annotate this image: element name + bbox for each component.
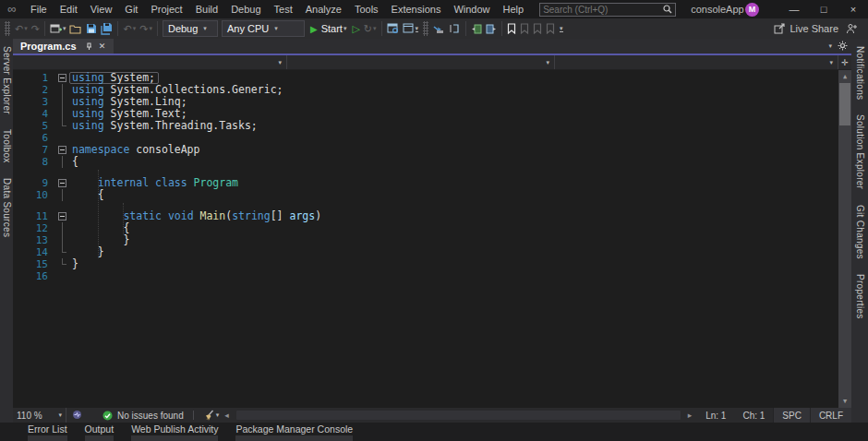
tool-window-tab-solution-explorer[interactable]: Solution Explorer [853, 107, 866, 197]
feedback-button[interactable] [844, 19, 859, 38]
preview-changes-button[interactable]: ▾ [401, 19, 421, 38]
account-avatar[interactable]: M [745, 3, 759, 17]
navigate-forward-button[interactable]: ↷ [30, 19, 42, 38]
menu-item-window[interactable]: Window [447, 0, 496, 18]
panel-tab-error-list[interactable]: Error List [28, 423, 67, 441]
editor-options-gear-icon[interactable] [838, 41, 848, 53]
panel-tab-web-publish-activity[interactable]: Web Publish Activity [131, 423, 218, 441]
split-editor-icon[interactable]: ✛ [838, 55, 851, 69]
line-ending-indicator[interactable]: CRLF [810, 408, 851, 423]
fold-margin [55, 246, 70, 258]
clear-bookmarks-button[interactable] [544, 19, 557, 38]
code-line-5[interactable]: 5using System.Threading.Tasks; [13, 120, 851, 132]
code-line-12[interactable]: 12 { [13, 222, 851, 234]
live-unit-testing-button[interactable] [385, 19, 401, 38]
menu-item-build[interactable]: Build [189, 0, 224, 18]
code-line-11[interactable]: 11 static void Main(string[] args) [13, 210, 851, 222]
code-line-16[interactable]: 16 [13, 270, 851, 282]
save-button[interactable] [84, 19, 99, 38]
code-line-13[interactable]: 13 } [13, 234, 851, 246]
line-indicator[interactable]: Ln: 1 [697, 411, 734, 421]
code-line-15[interactable]: 15} [13, 258, 851, 270]
search-box[interactable] [539, 3, 676, 17]
menu-item-analyze[interactable]: Analyze [299, 0, 348, 18]
open-folder-button[interactable] [67, 19, 84, 38]
scrollbar-thumb[interactable] [839, 83, 850, 125]
toggle-bookmark-button[interactable] [505, 19, 518, 38]
menu-item-git[interactable]: Git [118, 0, 144, 18]
fold-collapse-icon[interactable] [55, 144, 70, 156]
redo-button[interactable]: ↷▾ [138, 19, 154, 38]
navigate-back-button[interactable]: ↶▾ [13, 19, 30, 38]
project-dropdown[interactable]: ▾ [13, 55, 287, 69]
column-indicator[interactable]: Ch: 1 [734, 411, 773, 421]
solution-platform-dropdown[interactable]: Any CPU▾ [222, 20, 305, 37]
scroll-down-icon[interactable]: ▼ [838, 395, 851, 408]
search-input[interactable] [543, 5, 663, 15]
solution-configuration-dropdown[interactable]: Debug▾ [163, 20, 218, 37]
maximize-button[interactable]: □ [809, 0, 838, 18]
member-dropdown[interactable]: ▾ [555, 55, 838, 69]
menu-item-project[interactable]: Project [144, 0, 188, 18]
tool-window-tab-data-sources[interactable]: Data Sources [0, 171, 13, 244]
menu-item-tools[interactable]: Tools [348, 0, 385, 18]
menu-item-test[interactable]: Test [268, 0, 299, 18]
start-debugging-button[interactable]: ▶ Start ▾ [307, 19, 350, 38]
menu-item-file[interactable]: File [24, 0, 54, 18]
next-bookmark-button[interactable] [531, 19, 544, 38]
health-indicator-icon[interactable] [72, 410, 82, 422]
close-tab-icon[interactable]: ✕ [97, 41, 108, 52]
scroll-up-icon[interactable]: ▲ [838, 70, 851, 83]
panel-tab-package-manager-console[interactable]: Package Manager Console [235, 423, 353, 441]
menu-item-extensions[interactable]: Extensions [385, 0, 448, 18]
fold-collapse-icon[interactable] [55, 72, 70, 84]
toolbar-grip[interactable] [5, 21, 10, 36]
code-line-7[interactable]: 7namespace consoleApp [13, 144, 851, 156]
tool-window-tab-git-changes[interactable]: Git Changes [853, 197, 866, 267]
toolbar-grip[interactable] [423, 21, 428, 36]
document-list-dropdown-icon[interactable]: ▾ [828, 42, 832, 50]
code-line-8[interactable]: 8{ [13, 156, 851, 168]
panel-tab-output[interactable]: Output [85, 423, 115, 441]
tool-window-tab-server-explorer[interactable]: Server Explorer [0, 39, 13, 122]
close-button[interactable]: × [838, 0, 868, 18]
code-editor[interactable]: 1using System;2using System.Collections.… [13, 70, 851, 408]
vertical-scrollbar[interactable]: ▲ ▼ [838, 70, 851, 408]
fold-collapse-icon[interactable] [55, 177, 70, 189]
indent-mode-indicator[interactable]: SPC [773, 408, 810, 423]
start-without-debugging-button[interactable]: ▷ [350, 19, 361, 38]
attach-to-process-button[interactable] [431, 19, 447, 38]
code-line-9[interactable]: 9 internal class Program [13, 177, 851, 189]
tool-window-tab-notifications[interactable]: Notifications [853, 39, 866, 107]
hot-reload-button[interactable]: ↻▾ [362, 19, 379, 38]
live-share-button[interactable]: Live Share [768, 19, 844, 38]
hscroll-right-icon[interactable]: ▸ [682, 411, 698, 420]
pin-tab-icon[interactable] [84, 41, 95, 52]
fold-collapse-icon[interactable] [55, 210, 70, 222]
tool-window-tab-properties[interactable]: Properties [853, 267, 866, 327]
save-all-button[interactable] [99, 19, 115, 38]
code-cleanup-button[interactable]: ▾ [203, 410, 220, 421]
hscroll-left-icon[interactable]: ◂ [219, 411, 235, 420]
indent-decrease-button[interactable] [469, 19, 484, 38]
menu-item-help[interactable]: Help [497, 0, 531, 18]
code-line-10[interactable]: 10 { [13, 189, 851, 201]
indent-increase-button[interactable] [484, 19, 499, 38]
issues-indicator[interactable]: No issues found [102, 411, 184, 421]
tool-window-tab-toolbox[interactable]: Toolbox [0, 122, 13, 171]
new-project-button[interactable]: ▾ [48, 19, 68, 38]
previous-bookmark-button[interactable] [518, 19, 531, 38]
menu-item-debug[interactable]: Debug [224, 0, 267, 18]
left-tool-strip: Server ExplorerToolboxData Sources [0, 39, 13, 423]
type-dropdown[interactable]: ▾ [287, 55, 555, 69]
horizontal-scrollbar[interactable] [236, 411, 681, 420]
undo-button[interactable]: ↶▾ [121, 19, 138, 38]
tab-program-cs[interactable]: Program.cs ✕ [13, 39, 114, 54]
zoom-dropdown[interactable]: 110 %▾ [13, 408, 66, 423]
toolbar-overflow-button[interactable]: ▾ [557, 19, 565, 38]
minimize-button[interactable]: — [779, 0, 809, 18]
code-line-14[interactable]: 14 } [13, 246, 851, 258]
step-over-button[interactable] [447, 19, 463, 38]
menu-item-view[interactable]: View [84, 0, 119, 18]
menu-item-edit[interactable]: Edit [54, 0, 84, 18]
